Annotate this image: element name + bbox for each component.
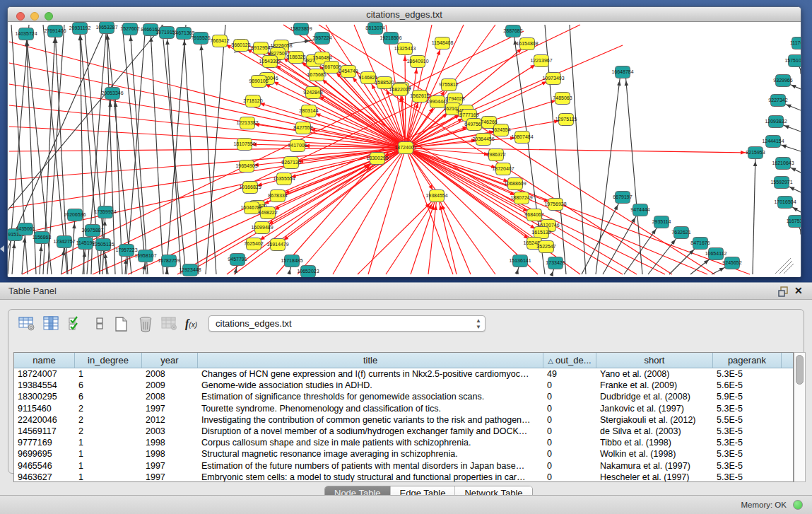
table-row[interactable]: 1830029562008Estimation of significance … [14,391,793,402]
table-cell[interactable]: 2012 [142,414,198,426]
table-cell[interactable]: 9465546 [14,460,75,472]
table-row[interactable]: 977716911998Corpus callosum shape and si… [14,437,793,448]
table-cell[interactable]: 1997 [142,472,198,482]
table-row[interactable]: 2242004622012Investigating the contribut… [14,414,793,426]
table-cell[interactable]: 5.3E-5 [713,426,782,437]
network-edge[interactable] [12,236,15,274]
table-cell[interactable]: 1 [75,368,142,380]
table-cell[interactable]: 0 [543,460,596,472]
table-row[interactable]: 1938455462009Genome-wide association stu… [14,380,793,391]
table-cell[interactable]: Genome-wide association studies in ADHD. [198,380,543,391]
table-vertical-scrollbar[interactable] [794,352,806,482]
network-edge[interactable] [386,198,436,274]
network-edge[interactable] [319,25,714,274]
table-cell[interactable]: 18300295 [14,391,75,402]
table-cell[interactable]: Investigating the contribution of common… [198,414,543,426]
column-header-out_de[interactable]: △out_de... [543,353,596,368]
table-cell[interactable]: 9699695 [14,448,75,460]
table-row[interactable]: 911546021997Tourette syndrome. Phenomeno… [14,403,793,414]
table-cell[interactable]: Structural magnetic resonance image aver… [198,448,543,460]
table-cell[interactable]: Estimation of the future numbers of pati… [198,460,543,472]
table-cell[interactable]: de Silva et al. (2003) [596,426,713,437]
table-cell[interactable]: 0 [543,472,596,482]
table-cell[interactable]: 9463627 [14,472,75,482]
table-cell[interactable]: 1997 [142,460,198,472]
table-cell[interactable]: 5.3E-5 [713,437,782,448]
table-settings-icon[interactable] [17,314,37,335]
function-builder-icon[interactable]: f(x) [185,317,205,339]
network-edge[interactable] [9,148,406,208]
network-edge[interactable] [596,74,620,274]
table-selector-dropdown[interactable]: citations_edges.txt ▲▼ [208,315,486,332]
network-edge[interactable] [283,25,672,274]
table-cell[interactable]: 5.3E-5 [713,472,782,482]
table-cell[interactable]: Tibbo et al. (1998) [596,437,713,448]
panel-collapse-arrow-icon[interactable] [0,245,4,252]
table-cell[interactable]: 0 [543,437,596,448]
table-cell[interactable]: Tourette syndrome. Phenomenology and cla… [198,403,543,414]
citation-network-graph[interactable]: 1872400714035724276914062093119210653287… [8,22,801,277]
table-cell[interactable]: 5.3E-5 [713,448,782,460]
delete-table-icon[interactable] [136,314,155,335]
scrollbar-thumb[interactable] [796,355,804,385]
table-row[interactable]: 946362711997Embryonic stem cells: a mode… [14,472,793,482]
table-cell[interactable]: 6 [75,391,142,402]
table-cell[interactable]: Franke et al. (2009) [596,380,713,391]
table-cell[interactable]: 0 [543,426,596,437]
table-row[interactable]: 969969511998Structural magnetic resonanc… [14,448,793,460]
network-edge[interactable] [406,148,750,274]
table-cell[interactable]: 5.6E-5 [713,380,782,391]
close-panel-icon[interactable]: ✕ [794,285,803,296]
network-edge[interactable] [405,49,406,148]
network-edge[interactable] [184,33,199,274]
column-header-title[interactable]: title [198,353,543,368]
table-cell[interactable]: 22420046 [14,414,75,426]
network-edge[interactable] [107,28,115,274]
table-cell[interactable]: Stergiakouli et al. (2012) [596,414,713,426]
window-titlebar[interactable]: citations_edges.txt [8,7,801,22]
table-cell[interactable]: 2 [75,426,142,437]
table-cell[interactable]: 2003 [142,426,198,437]
table-cell[interactable]: 9115460 [14,403,75,414]
network-edge[interactable] [107,28,131,274]
column-header-name[interactable]: name [14,353,75,368]
table-cell[interactable]: 18724007 [14,368,75,380]
network-edge[interactable] [9,148,406,151]
network-edge[interactable] [775,258,791,274]
table-cell[interactable]: Jankovic et al. (1997) [596,403,713,414]
table-cell[interactable]: 0 [543,391,596,402]
table-cell[interactable]: Embryonic stem cells: a model to study s… [198,472,543,482]
table-cell[interactable]: 9777169 [14,437,75,448]
network-edge[interactable] [406,148,453,274]
network-canvas[interactable]: 1872400714035724276914062093119210653287… [8,22,801,277]
table-cell[interactable]: 5.3E-5 [713,460,782,472]
table-row[interactable]: 946554611997Estimation of the future num… [14,460,793,472]
column-header-year[interactable]: year [142,353,198,368]
network-edge[interactable] [784,264,794,274]
table-cell[interactable]: 0 [543,448,596,460]
table-cell[interactable]: 49 [543,368,596,380]
import-table-icon[interactable] [160,314,180,335]
table-cell[interactable]: 2 [75,403,142,414]
table-cell[interactable]: 2008 [142,368,198,380]
table-cell[interactable]: Hescheler et al. (1997) [596,472,713,482]
network-edge[interactable] [368,148,406,274]
table-cell[interactable]: 0 [543,380,596,391]
table-cell[interactable]: 19384554 [14,380,75,391]
table-cell[interactable]: 2009 [142,380,198,391]
float-panel-icon[interactable] [778,286,789,297]
table-cell[interactable]: 1 [75,437,142,448]
network-edge[interactable] [625,74,642,274]
table-cell[interactable]: Changes of HCN gene expression and I(f) … [198,368,543,380]
network-edge[interactable] [227,160,376,274]
table-cell[interactable]: 1 [75,448,142,460]
table-cell[interactable]: Yano et al. (2008) [596,368,713,380]
table-cell[interactable]: Wolkin et al. (1998) [596,448,713,460]
network-edge[interactable] [753,154,755,274]
table-row[interactable]: 1456911722003Disruption of a novel membe… [14,426,793,437]
table-cell[interactable]: 0 [543,403,596,414]
row-selection-icon[interactable] [66,314,86,335]
network-edge[interactable] [9,42,406,148]
table-cell[interactable]: 5.3E-5 [713,403,782,414]
table-cell[interactable]: 2008 [142,391,198,402]
